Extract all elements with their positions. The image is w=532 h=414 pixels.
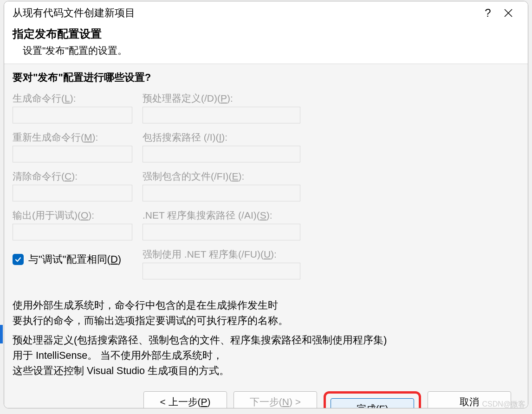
description-p2: 预处理器定义(包括搜索路径、强制包含的文件、程序集搜索路径和强制使用程序集) 用… bbox=[13, 333, 519, 379]
label-build-cmdline: 生成命令行(L): bbox=[13, 92, 132, 105]
wizard-dialog: 从现有代码文件创建新项目 ? 指定发布配置设置 设置"发布"配置的设置。 要对"… bbox=[4, 1, 528, 408]
left-edge-accent bbox=[0, 325, 3, 343]
input-assembly-search[interactable] bbox=[143, 224, 300, 240]
page-title: 指定发布配置设置 bbox=[13, 26, 519, 41]
label-include-search: 包括搜索路径 (/I)(I): bbox=[143, 131, 519, 144]
prev-button[interactable]: < 上一步(P) bbox=[143, 391, 227, 408]
button-bar: < 上一步(P) 下一步(N) > 完成(F) 取消 bbox=[13, 383, 519, 408]
input-clean-cmdline[interactable] bbox=[13, 185, 132, 201]
same-as-debug-row[interactable]: 与"调试"配置相同(D) bbox=[13, 252, 132, 266]
finish-highlight: 完成(F) bbox=[324, 391, 421, 408]
finish-button[interactable]: 完成(F) bbox=[331, 398, 414, 408]
window-title: 从现有代码文件创建新项目 bbox=[13, 6, 479, 20]
input-rebuild-cmdline[interactable] bbox=[13, 146, 132, 162]
label-clean-cmdline: 清除命令行(C): bbox=[13, 170, 132, 183]
label-output-debug: 输出(用于调试)(O): bbox=[13, 209, 132, 222]
label-preproc-defs: 预处理器定义(/D)(P): bbox=[143, 92, 519, 105]
cancel-button[interactable]: 取消 bbox=[428, 391, 511, 408]
input-include-search[interactable] bbox=[143, 146, 300, 162]
titlebar: 从现有代码文件创建新项目 ? bbox=[4, 1, 528, 23]
input-output-debug[interactable] bbox=[13, 224, 132, 240]
form-col-left: 生成命令行(L): 重新生成命令行(M): 清除命令行(C): 输出(用于调试)… bbox=[13, 92, 132, 287]
label-forced-include: 强制包含的文件(/FI)(E): bbox=[143, 170, 519, 183]
same-as-debug-checkbox[interactable] bbox=[13, 254, 24, 265]
input-preproc-defs[interactable] bbox=[143, 107, 300, 123]
form-col-right: 预处理器定义(/D)(P): 包括搜索路径 (/I)(I): 强制包含的文件(/… bbox=[143, 92, 519, 287]
help-button[interactable]: ? bbox=[479, 6, 497, 19]
input-forced-using[interactable] bbox=[143, 263, 300, 279]
form-grid: 生成命令行(L): 重新生成命令行(M): 清除命令行(C): 输出(用于调试)… bbox=[13, 92, 519, 287]
same-as-debug-label: 与"调试"配置相同(D) bbox=[28, 252, 121, 266]
close-icon bbox=[504, 8, 513, 18]
close-button[interactable] bbox=[497, 8, 519, 18]
section-question: 要对"发布"配置进行哪些设置? bbox=[13, 71, 519, 84]
next-button: 下一步(N) > bbox=[234, 391, 317, 408]
header-section: 指定发布配置设置 设置"发布"配置的设置。 bbox=[4, 23, 528, 64]
label-rebuild-cmdline: 重新生成命令行(M): bbox=[13, 131, 132, 144]
label-forced-using: 强制使用 .NET 程序集(/FU)(U): bbox=[143, 248, 519, 261]
input-build-cmdline[interactable] bbox=[13, 107, 132, 123]
input-forced-include[interactable] bbox=[143, 185, 300, 201]
page-subtitle: 设置"发布"配置的设置。 bbox=[13, 44, 519, 57]
checkmark-icon bbox=[14, 256, 22, 263]
content-area: 要对"发布"配置进行哪些设置? 生成命令行(L): 重新生成命令行(M): 清除… bbox=[4, 64, 528, 408]
description-block: 使用外部生成系统时，命令行中包含的是在生成操作发生时 要执行的命令，而输出选项指… bbox=[13, 298, 519, 383]
description-p1: 使用外部生成系统时，命令行中包含的是在生成操作发生时 要执行的命令，而输出选项指… bbox=[13, 298, 519, 329]
label-assembly-search: .NET 程序集搜索路径 (/AI)(S): bbox=[143, 209, 519, 222]
